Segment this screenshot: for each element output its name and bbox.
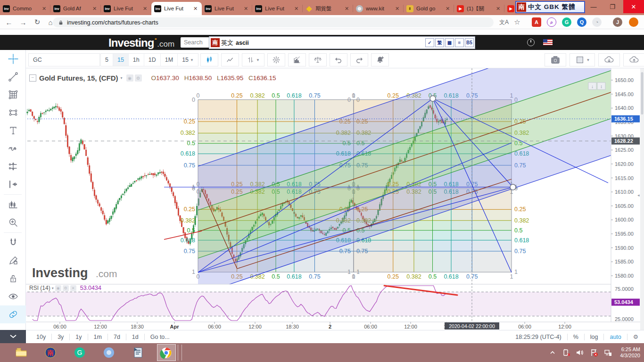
panel-collapse-arrow[interactable]: ◂ [637, 193, 640, 197]
tool-zoom-in[interactable] [0, 214, 26, 231]
ime-option-icon[interactable]: B5 [465, 38, 474, 47]
address-bar[interactable]: investing.com/charts/futures-charts [53, 17, 494, 27]
settings-button[interactable] [268, 54, 285, 66]
legend-collapse-icon[interactable]: − [29, 74, 36, 82]
redo-button[interactable] [351, 54, 368, 66]
sidebar-collapse-button[interactable] [0, 330, 26, 343]
tab-close-icon[interactable]: ✕ [143, 6, 149, 12]
taskbar-chrome[interactable] [158, 345, 173, 360]
profile-avatar[interactable]: J [613, 17, 622, 27]
legend-settings-icon[interactable]: ⚙ [135, 74, 142, 82]
browser-tab[interactable]: InvLive Fut✕ [202, 2, 252, 15]
forward-button[interactable]: → [18, 17, 28, 27]
chevron-down-icon[interactable]: ▾ [52, 286, 54, 290]
tool-crosshair[interactable] [0, 50, 26, 68]
tray-volume[interactable] [576, 348, 584, 357]
taskbar-explorer[interactable] [14, 345, 29, 360]
clock-icon[interactable] [527, 39, 535, 46]
tab-close-icon[interactable]: ✕ [395, 6, 401, 12]
tab-close-icon[interactable]: ✕ [446, 6, 451, 12]
tool-arrow-left[interactable] [0, 175, 26, 193]
range-button-1y[interactable]: 1y [70, 334, 87, 340]
cloud-upload-button[interactable] [624, 54, 644, 66]
back-button[interactable]: ← [4, 17, 14, 27]
tray-tray-expand[interactable] [549, 349, 556, 356]
taskbar-clock[interactable]: 6:25 AM4/3/2020 [620, 346, 640, 359]
indicators-button[interactable] [289, 54, 305, 66]
tab-close-icon[interactable]: ✕ [294, 6, 300, 12]
search-extension-icon[interactable]: ⌕ [547, 17, 556, 27]
browser-tab[interactable]: InvGold Af✕ [50, 2, 101, 15]
chevron-down-icon[interactable]: ▾ [121, 76, 123, 80]
scales-button[interactable] [309, 54, 326, 66]
tool-bars-pattern[interactable] [0, 196, 26, 214]
range-button-10y[interactable]: 10y [31, 334, 51, 340]
taskbar-chromium[interactable] [101, 345, 116, 360]
extension-icon[interactable]: ◔ [592, 17, 602, 27]
window-minimize-button[interactable]: — [585, 0, 603, 13]
grammarly-extension-icon[interactable]: G [562, 17, 571, 27]
range-button-3y[interactable]: 3y [52, 334, 69, 340]
layout-button[interactable]: ▼ [570, 54, 594, 66]
ime-option-icon[interactable]: ✓ [425, 38, 434, 47]
ime-toolbar-icons[interactable]: ✓繁▦≡B5 [425, 38, 475, 47]
timeframe-button-15[interactable]: 15 [113, 54, 129, 66]
browser-tab[interactable]: InvLive Fut✕ [151, 2, 202, 15]
timeframe-button-5[interactable]: 5 [101, 54, 113, 66]
drawing-handle[interactable] [430, 96, 436, 101]
tray-flag-error[interactable]: ✕ [590, 348, 598, 357]
tool-gann-grid[interactable] [0, 86, 26, 104]
timeframe-button-1M[interactable]: 1M [161, 54, 178, 66]
reload-button[interactable]: ↻ [32, 17, 42, 27]
axis-settings-icon[interactable]: ⚙ [627, 333, 644, 340]
ime-option-icon[interactable]: 繁 [435, 38, 444, 47]
browser-tab[interactable]: ▮Gold go✕ [404, 2, 454, 15]
range-button-7d[interactable]: 7d [108, 334, 126, 340]
ime-option-icon[interactable]: ≡ [455, 38, 464, 47]
timeframe-button-1h[interactable]: 1h [129, 54, 144, 66]
tool-lock[interactable] [0, 270, 26, 288]
chart-area[interactable]: Investing.com00000.250.250.250.250.3820.… [26, 68, 644, 330]
window-restore-button[interactable]: ❐ [603, 0, 621, 13]
tool-waves[interactable] [0, 140, 26, 157]
line-chart-button[interactable] [222, 54, 239, 66]
tool-draw-lock[interactable] [0, 252, 26, 270]
us-flag-icon[interactable] [543, 39, 553, 45]
q-extension-icon[interactable]: Q [577, 17, 586, 27]
tab-close-icon[interactable]: ✕ [496, 6, 502, 12]
translate-icon[interactable]: 文A [499, 17, 509, 27]
alert-add-button[interactable] [372, 54, 388, 66]
tool-measure-lines[interactable] [0, 157, 26, 175]
camera-button[interactable] [545, 54, 566, 66]
tab-close-icon[interactable]: ✕ [42, 6, 48, 12]
taskbar-openoffice[interactable] [131, 345, 146, 360]
tool-magnet[interactable] [0, 234, 26, 252]
tool-link[interactable] [0, 305, 26, 323]
browser-tab[interactable]: ◆期貨盤✕ [303, 2, 353, 15]
window-close-button[interactable]: ✕ [623, 0, 644, 13]
auto-scale-button[interactable]: auto [604, 334, 627, 340]
browser-tab[interactable]: InvLive Fut✕ [101, 2, 151, 15]
tray-device-error[interactable]: ✕ [561, 348, 570, 357]
timeframe-button-1D[interactable]: 1D [144, 54, 161, 66]
drawing-handle[interactable] [510, 184, 516, 190]
menu-icon[interactable] [629, 17, 638, 27]
rsi-settings-icon[interactable]: ⚙ [63, 285, 69, 291]
range-button-1m[interactable]: 1m [88, 334, 107, 340]
rsi-close-icon[interactable]: ✕ [70, 285, 76, 291]
tab-close-icon[interactable]: ✕ [92, 6, 98, 12]
undo-button[interactable] [330, 54, 347, 66]
tool-text-tool[interactable] [0, 122, 26, 140]
candles-button[interactable] [201, 54, 218, 66]
investing-logo[interactable]: Investing˙.com [108, 36, 174, 49]
custom-timeframe-dropdown[interactable]: 15▼ [178, 54, 198, 66]
pdf-extension-icon[interactable]: A [532, 17, 541, 27]
browser-tab[interactable]: InvLive Fut✕ [252, 2, 303, 15]
cloud-download-button[interactable] [599, 54, 619, 66]
legend-eye-icon[interactable]: ◉ [126, 74, 133, 82]
taskbar-grammarly[interactable]: G [72, 345, 87, 360]
taskbar-ime-nan[interactable]: 南 [43, 345, 58, 360]
browser-tab[interactable]: InvCommo✕ [0, 2, 50, 15]
rsi-eye-icon[interactable]: ◉ [55, 285, 61, 291]
browser-tab[interactable]: ▶(1)【關✕ [454, 2, 504, 15]
